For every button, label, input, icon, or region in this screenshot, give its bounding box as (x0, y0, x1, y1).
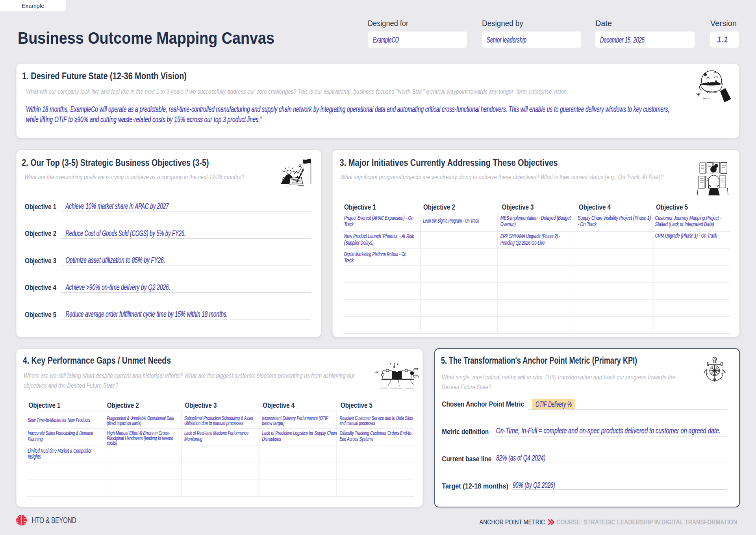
svg-text:Objective 3: Objective 3 (25, 257, 56, 265)
svg-text:OTIF Delivery %: OTIF Delivery % (536, 400, 572, 409)
svg-text:On-Time, In-Full = complete an: On-Time, In-Full = complete and on-spec … (496, 426, 721, 435)
svg-text:What will our company look lik: What will our company look like and feel… (26, 88, 568, 95)
svg-text:Achieve 10% market share in AP: Achieve 10% market share in APAC by 2027 (65, 202, 169, 210)
svg-text:Version: Version (710, 19, 737, 28)
svg-text:Target (12-18 months): Target (12-18 months) (442, 482, 508, 490)
svg-text:(Supplier Delays): (Supplier Delays) (344, 239, 373, 246)
svg-text:Achieve >90% on-time delivery: Achieve >90% on-time delivery by Q2 2026… (65, 283, 170, 292)
svg-text:- On Track: - On Track (578, 221, 597, 227)
svg-text:Designed for: Designed for (368, 19, 408, 28)
svg-text:Reduce Cost of Goods Sold (COG: Reduce Cost of Goods Sold (COGS) by 5% b… (66, 229, 186, 238)
svg-text:New Product Launch 'Phoenix' -: New Product Launch 'Phoenix' - At Risk (344, 232, 415, 239)
svg-text:Objective 4: Objective 4 (263, 401, 295, 409)
svg-text:Designed by: Designed by (482, 19, 523, 28)
svg-text:Objective 2: Objective 2 (25, 230, 56, 238)
svg-text:Overrun): Overrun) (500, 221, 516, 227)
svg-text:What single, most critical met: What single, most critical metric will a… (442, 374, 675, 381)
svg-text:Stalled (Lack of Integrated Da: Stalled (Lack of Integrated Data) (655, 221, 714, 227)
svg-text:Where are we still falling sho: Where are we still falling short despite… (24, 372, 355, 379)
svg-text:Within 18 months, ExampleCo wi: Within 18 months, ExampleCo will operate… (26, 105, 669, 113)
svg-text:Business Outcome Mapping Canva: Business Outcome Mapping Canvas (18, 28, 274, 47)
svg-text:Desired Future State?: Desired Future State? (442, 384, 491, 390)
svg-text:Chosen Anchor Point Metric: Chosen Anchor Point Metric (442, 400, 524, 408)
svg-text:Lean Six Sigma Program - On Tr: Lean Six Sigma Program - On Track (423, 217, 479, 224)
svg-text:Project Everest (APAC Expansio: Project Everest (APAC Expansion) - On (344, 214, 413, 221)
svg-text:End Across Systems: End Across Systems (340, 435, 374, 442)
svg-text:Date: Date (595, 19, 612, 28)
svg-text:objectives and the Desired Fut: objectives and the Desired Future State? (24, 382, 118, 389)
svg-text:Supply Chain Visibility Projec: Supply Chain Visibility Project (Phase 1… (578, 214, 651, 221)
svg-text:3. Major Initiatives Currently: 3. Major Initiatives Currently Addressin… (340, 158, 558, 168)
svg-text:What are the overarching goals: What are the overarching goals we is try… (24, 174, 244, 180)
svg-text:4. Key Performance Gaps / Unme: 4. Key Performance Gaps / Unmet Needs (23, 355, 171, 366)
svg-text:Objective 1: Objective 1 (25, 203, 56, 211)
svg-text:Slow Time-to-Market for New Pr: Slow Time-to-Market for New Products (28, 416, 91, 423)
svg-text:Objective 5: Objective 5 (341, 401, 372, 409)
svg-text:90% (by Q2 2026): 90% (by Q2 2026) (513, 481, 555, 489)
svg-text:Pending Q2 2026 Go-Live: Pending Q2 2026 Go-Live (500, 239, 545, 246)
svg-text:What significant programs/proj: What significant programs/projects are w… (340, 174, 663, 180)
svg-text:ERP S/4HANA Upgrade (Phase 2): ERP S/4HANA Upgrade (Phase 2) - (500, 232, 560, 239)
svg-text:CRM Upgrade (Phase 1) - On Tra: CRM Upgrade (Phase 1) - On Track (655, 232, 717, 239)
svg-text:Objective 5: Objective 5 (25, 311, 56, 319)
svg-text:Digital Marketing Platform Rol: Digital Marketing Platform Rollout - On (344, 251, 406, 257)
svg-text:82% (as of Q4 2024): 82% (as of Q4 2024) (496, 453, 545, 462)
svg-text:Objective 3: Objective 3 (185, 401, 217, 409)
svg-text:(direct impact on waste): (direct impact on waste) (107, 420, 141, 426)
svg-text:December 15, 2025: December 15, 2025 (600, 35, 645, 44)
svg-text:COURSE: STRATEGIC LEADERSHIP I: COURSE: STRATEGIC LEADERSHIP IN DIGITAL … (556, 518, 737, 526)
svg-text:1.1: 1.1 (717, 35, 728, 44)
svg-text:Disruptions: Disruptions (262, 435, 281, 442)
svg-text:and manual processes: and manual processes (340, 420, 375, 426)
svg-text:Track: Track (344, 221, 354, 227)
svg-text:Insights: Insights (28, 453, 41, 460)
svg-text:Objective 4: Objective 4 (579, 203, 611, 211)
svg-text:Planning: Planning (28, 435, 43, 442)
svg-text:Reduce average order fulfillme: Reduce average order fulfillment cycle t… (66, 310, 228, 318)
svg-text:Optimize asset utilization to: Optimize asset utilization to 85% by FY2… (66, 256, 165, 264)
svg-text:Customer Journey Mapping Proje: Customer Journey Mapping Project - (655, 214, 721, 221)
svg-text:below target): below target) (262, 420, 285, 426)
svg-text:Example: Example (22, 2, 44, 9)
svg-text:Objective 2: Objective 2 (107, 401, 139, 409)
svg-text:ExampleCO: ExampleCO (373, 35, 399, 44)
svg-text:Objective 3: Objective 3 (502, 203, 534, 211)
svg-text:5. The Transformation's Anchor: 5. The Transformation's Anchor Point Met… (441, 355, 637, 366)
svg-text:2. Our Top (3-5) Strategic Bus: 2. Our Top (3-5) Strategic Business Obje… (22, 158, 209, 168)
svg-text:costs): costs) (107, 439, 117, 446)
svg-text:Objective 2: Objective 2 (423, 203, 455, 211)
svg-text:Track: Track (344, 257, 354, 264)
svg-text:Senior leadership: Senior leadership (487, 35, 526, 44)
svg-text:Objective 4: Objective 4 (25, 284, 56, 292)
svg-text:Current base line: Current base line (442, 455, 491, 463)
svg-text:1. Desired Future State (12-36: 1. Desired Future State (12-36 Month Vis… (22, 71, 187, 81)
svg-text:Objective 5: Objective 5 (656, 203, 688, 211)
svg-text:Utilization due to manual proc: Utilization due to manual processes (184, 420, 243, 426)
svg-text:HTO & BEYOND: HTO & BEYOND (32, 515, 76, 525)
svg-text:Metric definition: Metric definition (442, 427, 489, 436)
svg-text:while lifting OTIF to ≥90% and: while lifting OTIF to ≥90% and cutting w… (26, 115, 262, 124)
svg-text:MES Implementation - Delayed (: MES Implementation - Delayed (Budget (500, 214, 571, 221)
svg-text:Monitoring: Monitoring (184, 435, 202, 442)
svg-text:Objective 1: Objective 1 (29, 401, 61, 409)
svg-text:ANCHOR POINT METRIC: ANCHOR POINT METRIC (480, 518, 545, 526)
svg-text:Objective 1: Objective 1 (344, 203, 376, 211)
